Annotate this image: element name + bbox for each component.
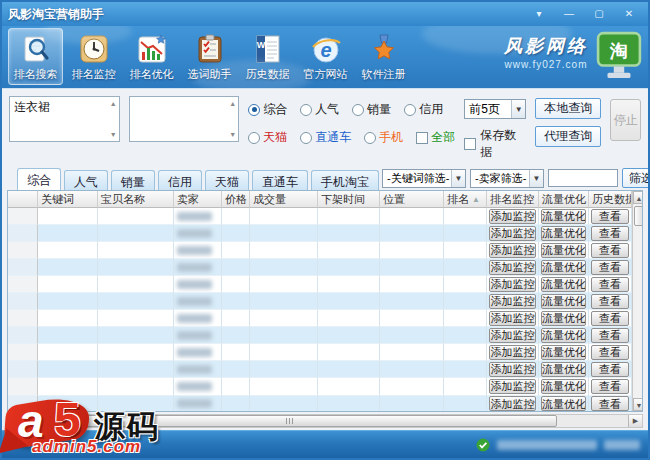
traffic-optimize-button[interactable]: 流量优化	[541, 226, 586, 241]
view-history-button[interactable]: 查看	[591, 396, 629, 411]
search-option-天猫[interactable]: 天猫	[248, 129, 287, 146]
view-history-button[interactable]: 查看	[591, 328, 629, 343]
view-history-button[interactable]: 查看	[591, 209, 629, 224]
view-history-button[interactable]: 查看	[591, 362, 629, 377]
stop-button[interactable]: 停止	[610, 99, 641, 141]
traffic-optimize-button[interactable]: 流量优化	[541, 362, 586, 377]
checkbox-icon[interactable]	[416, 132, 428, 144]
add-monitor-button[interactable]: 添加监控	[489, 345, 536, 360]
save-data-checkbox[interactable]	[464, 138, 476, 150]
add-monitor-button[interactable]: 添加监控	[489, 294, 536, 309]
add-monitor-button[interactable]: 添加监控	[489, 396, 536, 411]
column-header-宝贝名称[interactable]: 宝贝名称	[98, 191, 174, 208]
spin-up-icon[interactable]: ▲	[110, 100, 117, 107]
view-history-button[interactable]: 查看	[591, 379, 629, 394]
column-header-位置[interactable]: 位置	[380, 191, 444, 208]
table-row[interactable]: 添加监控流量优化查看	[8, 378, 632, 395]
column-header-rownum[interactable]	[8, 191, 38, 208]
search-option-直通车[interactable]: 直通车	[300, 129, 351, 146]
horizontal-scroll-thumb[interactable]	[22, 415, 557, 427]
column-header-卖家[interactable]: 卖家	[174, 191, 222, 208]
taobao-monitor-icon[interactable]: 淘	[596, 31, 642, 81]
pages-select[interactable]: 前5页 ▼	[464, 99, 526, 119]
table-row[interactable]: 添加监控流量优化查看	[8, 327, 632, 344]
table-row[interactable]: 添加监控流量优化查看	[8, 225, 632, 242]
add-monitor-button[interactable]: 添加监控	[489, 328, 536, 343]
secondary-keyword-textarea[interactable]: ▲ ▼	[129, 96, 240, 142]
add-monitor-button[interactable]: 添加监控	[489, 311, 536, 326]
add-monitor-button[interactable]: 添加监控	[489, 379, 536, 394]
add-monitor-button[interactable]: 添加监控	[489, 243, 536, 258]
column-header-排名[interactable]: 排名▲	[444, 191, 487, 208]
toolbar-item-register[interactable]: 软件注册	[356, 28, 411, 85]
traffic-optimize-button[interactable]: 流量优化	[541, 243, 586, 258]
column-header-历史数据[interactable]: 历史数据	[589, 191, 632, 208]
table-row[interactable]: 添加监控流量优化查看	[8, 396, 632, 412]
tab-信用[interactable]: 信用	[158, 170, 202, 190]
view-history-button[interactable]: 查看	[591, 226, 629, 241]
close-icon[interactable]: ✕	[616, 7, 642, 22]
radio-selected-icon[interactable]	[248, 104, 260, 116]
skin-menu-icon[interactable]: ▾	[526, 7, 552, 22]
vertical-scroll-thumb[interactable]	[634, 206, 644, 226]
table-row[interactable]: 添加监控流量优化查看	[8, 242, 632, 259]
add-monitor-button[interactable]: 添加监控	[489, 362, 536, 377]
table-row[interactable]: 添加监控流量优化查看	[8, 259, 632, 276]
search-option-信用[interactable]: 信用	[404, 101, 443, 118]
maximize-icon[interactable]: ▢	[586, 7, 612, 22]
tab-综合[interactable]: 综合	[17, 168, 61, 190]
keyword-filter-select[interactable]: -关键词筛选- ▼	[382, 169, 466, 188]
radio-icon[interactable]	[300, 104, 312, 116]
add-monitor-button[interactable]: 添加监控	[489, 226, 536, 241]
column-header-关键词[interactable]: 关键词	[38, 191, 98, 208]
scroll-left-icon[interactable]: ◀	[8, 415, 22, 427]
view-history-button[interactable]: 查看	[591, 243, 629, 258]
traffic-optimize-button[interactable]: 流量优化	[541, 379, 586, 394]
save-data-option[interactable]: 保存数据	[464, 127, 526, 161]
spin-down-icon[interactable]: ▼	[110, 131, 117, 138]
column-header-成交量[interactable]: 成交量	[250, 191, 318, 208]
radio-icon[interactable]	[248, 132, 260, 144]
tab-手机淘宝[interactable]: 手机淘宝	[311, 170, 379, 190]
radio-icon[interactable]	[364, 132, 376, 144]
tab-销量[interactable]: 销量	[111, 170, 155, 190]
toolbar-item-rank-optimize[interactable]: 排名优化	[124, 28, 179, 85]
traffic-optimize-button[interactable]: 流量优化	[541, 277, 586, 292]
search-option-全部[interactable]: 全部	[416, 129, 455, 146]
search-option-手机[interactable]: 手机	[364, 129, 403, 146]
column-header-下架时间[interactable]: 下架时间	[318, 191, 380, 208]
table-row[interactable]: 添加监控流量优化查看	[8, 293, 632, 310]
view-history-button[interactable]: 查看	[591, 345, 629, 360]
tab-天猫[interactable]: 天猫	[205, 170, 249, 190]
local-query-button[interactable]: 本地查询	[535, 98, 601, 119]
add-monitor-button[interactable]: 添加监控	[489, 260, 536, 275]
view-history-button[interactable]: 查看	[591, 311, 629, 326]
table-row[interactable]: 添加监控流量优化查看	[8, 344, 632, 361]
vertical-scrollbar[interactable]: ▲ ▼	[632, 191, 643, 411]
traffic-optimize-button[interactable]: 流量优化	[541, 396, 586, 411]
traffic-optimize-button[interactable]: 流量优化	[541, 328, 586, 343]
radio-icon[interactable]	[352, 104, 364, 116]
scroll-up-icon[interactable]: ▲	[633, 191, 644, 204]
traffic-optimize-button[interactable]: 流量优化	[541, 294, 586, 309]
search-option-人气[interactable]: 人气	[300, 101, 339, 118]
scroll-right-icon[interactable]: ▶	[628, 415, 642, 427]
add-monitor-button[interactable]: 添加监控	[489, 277, 536, 292]
seller-filter-select[interactable]: -卖家筛选- ▼	[470, 169, 544, 188]
filter-input[interactable]	[548, 169, 618, 187]
table-row[interactable]: 添加监控流量优化查看	[8, 208, 632, 225]
tab-直通车[interactable]: 直通车	[252, 170, 308, 190]
table-row[interactable]: 添加监控流量优化查看	[8, 361, 632, 378]
column-header-流量优化[interactable]: 流量优化	[539, 191, 589, 208]
minimize-icon[interactable]: —	[556, 7, 582, 22]
search-option-销量[interactable]: 销量	[352, 101, 391, 118]
radio-icon[interactable]	[300, 132, 312, 144]
search-option-综合[interactable]: 综合	[248, 101, 287, 118]
spin-down-icon[interactable]: ▼	[229, 131, 236, 138]
view-history-button[interactable]: 查看	[591, 260, 629, 275]
horizontal-scrollbar[interactable]: ◀ ▶	[7, 414, 643, 428]
view-history-button[interactable]: 查看	[591, 277, 629, 292]
traffic-optimize-button[interactable]: 流量优化	[541, 345, 586, 360]
table-row[interactable]: 添加监控流量优化查看	[8, 276, 632, 293]
table-row[interactable]: 添加监控流量优化查看	[8, 310, 632, 327]
